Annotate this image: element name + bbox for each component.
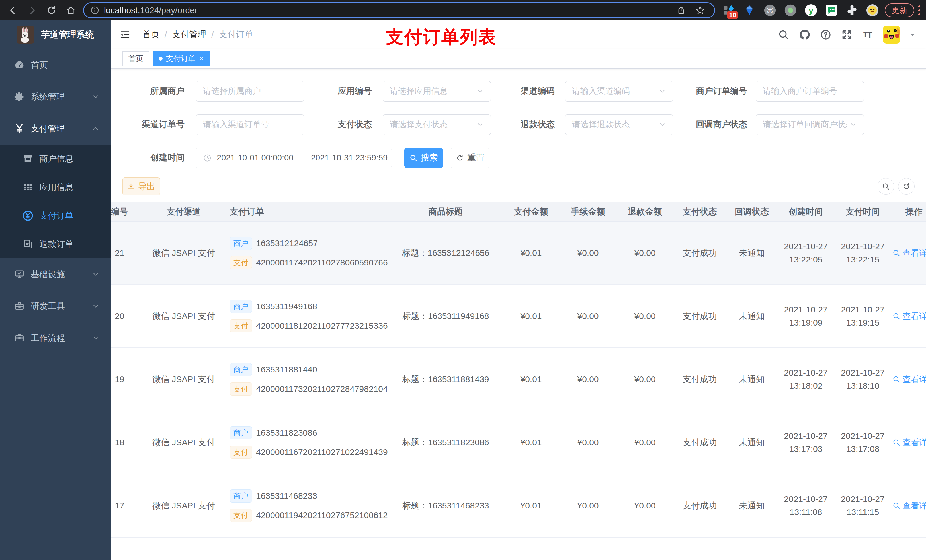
merchant-select[interactable]: 请选择所属商户 xyxy=(196,81,304,101)
sidebar-item-merchant-info[interactable]: 商户信息 xyxy=(0,145,111,173)
table-row[interactable]: 21 微信 JSAPI 支付 商户1635312124657 支付4200001… xyxy=(111,222,926,285)
share-icon[interactable] xyxy=(676,6,686,15)
refund-status-select[interactable]: 请选择退款状态 xyxy=(565,115,673,135)
cell-action: 查看详情 xyxy=(891,285,926,347)
cell-amount: ¥0.01 xyxy=(502,285,560,347)
sidebar-logo[interactable]: 芋道管理系统 xyxy=(0,21,111,49)
view-detail-link[interactable]: 查看详情 xyxy=(893,499,926,512)
view-detail-link[interactable]: 查看详情 xyxy=(893,246,926,260)
reset-button[interactable]: 重置 xyxy=(450,148,490,168)
create-time-range-picker[interactable]: 2021-10-01 00:00:00 - 2021-10-31 23:59:5… xyxy=(196,148,392,168)
sidebar-item-dev-tools[interactable]: 研发工具 xyxy=(0,290,111,322)
toggle-search-button[interactable] xyxy=(878,178,894,195)
sidebar-item-system[interactable]: 系统管理 xyxy=(0,81,111,113)
app-select[interactable]: 请选择应用信息 xyxy=(383,81,491,101)
y-extension-icon[interactable]: y xyxy=(804,4,817,17)
col-amount: 支付金额 xyxy=(502,202,560,221)
cell-notify: 未通知 xyxy=(726,474,777,537)
yen-icon xyxy=(13,122,26,135)
view-detail-link[interactable]: 查看详情 xyxy=(893,436,926,449)
url-text[interactable]: localhost:1024/pay/order xyxy=(104,5,676,15)
sidebar-item-workflow[interactable]: 工作流程 xyxy=(0,322,111,354)
home-icon[interactable] xyxy=(65,5,76,16)
sidebar-item-infrastructure[interactable]: 基础设施 xyxy=(0,258,111,290)
chevron-down-icon xyxy=(659,88,666,95)
sidebar-item-home[interactable]: 首页 xyxy=(0,49,111,81)
breadcrumb-payment[interactable]: 支付管理 xyxy=(172,29,206,41)
cell-action xyxy=(891,537,926,560)
reload-icon[interactable] xyxy=(46,5,57,16)
range-start[interactable]: 2021-10-01 00:00:00 xyxy=(217,153,293,163)
sketch-extension-icon[interactable]: 10 xyxy=(722,4,735,17)
cell-refund: ¥0.00 xyxy=(616,348,673,411)
cell-status: 支付成功 xyxy=(673,348,726,411)
range-end[interactable]: 2021-10-31 23:59:59 xyxy=(311,153,387,163)
notify-status-select[interactable]: 请选择订单回调商户状态 xyxy=(756,115,864,135)
gem-extension-icon[interactable] xyxy=(743,4,756,17)
sidebar-item-payment[interactable]: 支付管理 xyxy=(0,113,111,145)
cell-paid: 2021-10-27 13:19:15 xyxy=(834,285,891,347)
site-info-icon[interactable] xyxy=(90,6,99,15)
view-detail-link[interactable]: 查看详情 xyxy=(893,309,926,323)
tag-pay-order[interactable]: 支付订单× xyxy=(153,51,210,66)
annotation-title: 支付订单列表 xyxy=(386,25,497,49)
breadcrumb-home[interactable]: 首页 xyxy=(142,29,159,41)
cell-pay-order: 商户1635311881440 支付4200001173202110272847… xyxy=(226,348,389,411)
update-button[interactable]: 更新 xyxy=(885,3,914,17)
pay-tag: 支付 xyxy=(230,445,252,459)
back-icon[interactable] xyxy=(8,5,18,16)
col-id: 编号 xyxy=(111,202,141,221)
sidebar-item-pay-order[interactable]: 支付订单 xyxy=(0,201,111,230)
search-icon[interactable] xyxy=(777,29,790,41)
sidebar-toggle-icon[interactable] xyxy=(119,29,131,41)
fullscreen-icon[interactable] xyxy=(841,29,853,41)
forward-icon[interactable] xyxy=(27,5,38,16)
chat-extension-icon[interactable] xyxy=(825,4,838,17)
col-created: 创建时间 xyxy=(777,202,834,221)
sidebar-item-app-info[interactable]: 应用信息 xyxy=(0,173,111,201)
merchant-order-no-input[interactable]: 请输入商户订单编号 xyxy=(756,81,864,101)
address-bar[interactable]: localhost:1024/pay/order xyxy=(83,2,715,18)
pay-status-select[interactable]: 请选择支付状态 xyxy=(383,115,491,135)
placeholder: 请选择所属商户 xyxy=(203,86,297,97)
profile-avatar-icon[interactable] xyxy=(866,4,879,17)
cell-refund: ¥0.00 xyxy=(616,222,673,284)
view-detail-link[interactable]: 查看详情 xyxy=(893,373,926,386)
sidebar-item-label: 应用信息 xyxy=(39,181,73,193)
table-row[interactable]: 18 微信 JSAPI 支付 商户1635311823086 支付4200001… xyxy=(111,411,926,474)
briefcase-icon xyxy=(13,332,26,344)
cell-notify: 未通知 xyxy=(726,411,777,474)
filter-label: 支付状态 xyxy=(318,119,372,130)
table-row[interactable]: 商户1635311951796 xyxy=(111,537,926,560)
recorder-extension-icon[interactable] xyxy=(784,4,797,17)
font-size-icon[interactable]: TT xyxy=(862,29,874,41)
user-avatar[interactable] xyxy=(883,26,900,44)
tag-home[interactable]: 首页 xyxy=(123,51,149,66)
table-row[interactable]: 17 微信 JSAPI 支付 商户1635311468233 支付4200001… xyxy=(111,474,926,537)
extensions-puzzle-icon[interactable] xyxy=(846,4,858,17)
bookmark-star-icon[interactable] xyxy=(695,5,705,15)
command-extension-icon[interactable]: ⌘ xyxy=(763,4,776,17)
dashboard-icon xyxy=(13,59,26,71)
table-row[interactable]: 20 微信 JSAPI 支付 商户1635311949168 支付4200001… xyxy=(111,285,926,348)
merchant-order-no: 1635311823086 xyxy=(256,426,317,439)
sidebar-item-refund-order[interactable]: 退款订单 xyxy=(0,230,111,258)
browser-menu-icon[interactable] xyxy=(918,5,920,15)
placeholder: 请输入商户订单编号 xyxy=(763,86,857,97)
cell-amount: ¥0.01 xyxy=(502,348,560,411)
help-icon[interactable] xyxy=(820,29,832,41)
cell-channel: 微信 JSAPI 支付 xyxy=(141,474,226,537)
cell-title: 标题：1635312124656 xyxy=(389,222,502,284)
github-icon[interactable] xyxy=(799,29,811,41)
cell-fee: ¥0.00 xyxy=(560,285,616,347)
search-button[interactable]: 搜索 xyxy=(404,148,443,168)
avatar-caret-icon[interactable] xyxy=(909,31,916,38)
refresh-table-button[interactable] xyxy=(898,178,915,195)
tag-close-icon[interactable]: × xyxy=(200,54,204,63)
sidebar-item-label: 基础设施 xyxy=(31,269,92,280)
channel-order-no-input[interactable]: 请输入渠道订单号 xyxy=(196,115,304,135)
export-button[interactable]: 导出 xyxy=(123,177,160,195)
table-row[interactable]: 19 微信 JSAPI 支付 商户1635311881440 支付4200001… xyxy=(111,348,926,411)
channel-code-select[interactable]: 请输入渠道编码 xyxy=(565,81,673,101)
cell-notify: 未通知 xyxy=(726,222,777,284)
